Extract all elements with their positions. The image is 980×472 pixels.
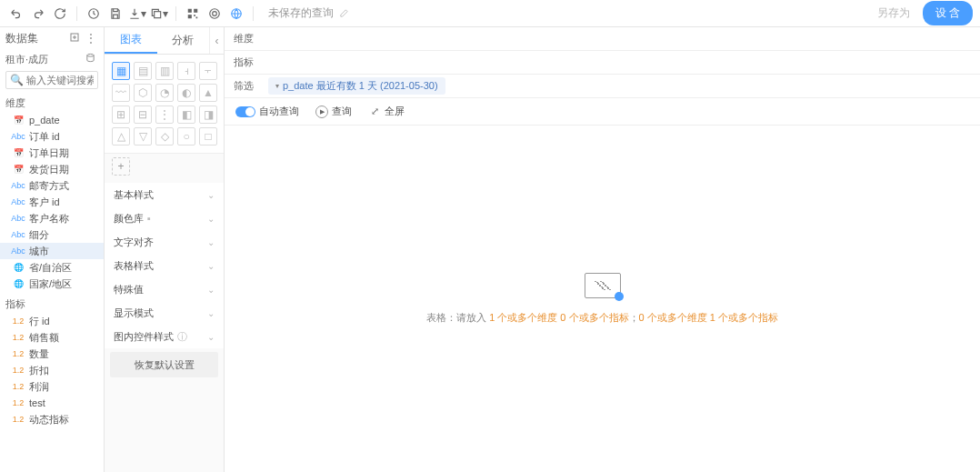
- chevron-down-icon: ⌄: [207, 308, 215, 318]
- accordion-section[interactable]: 图内控件样式ⓘ⌄: [105, 325, 224, 348]
- add-chart-type-icon[interactable]: +: [112, 157, 130, 176]
- chart-type-option[interactable]: ▽: [134, 127, 152, 146]
- search-input[interactable]: [26, 75, 94, 85]
- empty-chart-icon: [585, 273, 621, 298]
- reset-defaults-button[interactable]: 恢复默认设置: [110, 352, 218, 377]
- dataset-menu-icon[interactable]: [85, 53, 98, 65]
- chart-type-option[interactable]: ◧: [177, 105, 195, 124]
- refresh-icon[interactable]: [51, 5, 69, 23]
- auto-query-toggle[interactable]: 自动查询: [235, 105, 299, 118]
- accordion-section[interactable]: 颜色库▪⌄: [105, 206, 224, 230]
- chevron-down-icon: ⌄: [207, 261, 215, 271]
- separator: [76, 6, 77, 21]
- add-dataset-icon[interactable]: [69, 32, 82, 45]
- copy-icon[interactable]: ▾: [150, 5, 168, 23]
- chart-type-option[interactable]: ◔: [155, 84, 174, 102]
- chart-type-option[interactable]: ⫟: [199, 62, 217, 80]
- chart-type-option[interactable]: ⊞: [112, 105, 130, 124]
- chart-type-option[interactable]: ⫞: [177, 62, 195, 80]
- query-title: 未保存的查询: [268, 5, 334, 21]
- dimension-item[interactable]: Abc订单 id: [0, 128, 104, 145]
- chart-type-option[interactable]: ◐: [177, 84, 195, 102]
- chart-type-option[interactable]: ▥: [155, 62, 174, 80]
- target-icon[interactable]: [205, 5, 224, 23]
- clock-icon[interactable]: [85, 5, 103, 23]
- metric-item[interactable]: 1.2行 id: [0, 313, 104, 329]
- chart-type-option[interactable]: ▦: [112, 62, 130, 80]
- accordion-section[interactable]: 表格样式⌄: [105, 254, 224, 277]
- metric-type-icon: 1.2: [13, 382, 24, 391]
- svg-rect-5: [194, 15, 195, 16]
- chart-type-option[interactable]: ◨: [199, 105, 217, 124]
- dropdown-icon: ▾: [275, 82, 279, 90]
- accordion-section[interactable]: 文字对齐⌄: [105, 230, 224, 254]
- dimension-item[interactable]: 📅发货日期: [0, 161, 104, 177]
- filter-pill-text: p_date 最近有数 1 天 (2021-05-30): [283, 79, 438, 93]
- accordion-section[interactable]: 特殊值⌄: [105, 277, 224, 301]
- dataset-name[interactable]: 租市·成历: [5, 53, 48, 66]
- chart-type-option[interactable]: ⊟: [134, 105, 152, 124]
- chart-type-option[interactable]: △: [112, 127, 130, 146]
- metric-item[interactable]: 1.2销售额: [0, 329, 104, 346]
- more-icon[interactable]: ⋮: [85, 32, 98, 45]
- run-button[interactable]: 设 含: [923, 1, 973, 25]
- collapse-config-icon[interactable]: ‹: [209, 27, 224, 54]
- metric-item[interactable]: 1.2折扣: [0, 362, 104, 378]
- metric-item[interactable]: 1.2利润: [0, 378, 104, 395]
- chart-type-option[interactable]: ⋮: [155, 105, 174, 124]
- chart-type-option[interactable]: ▤: [134, 62, 152, 80]
- dim-type-icon: Abc: [13, 214, 24, 223]
- empty-hint: 表格：请放入 1 个或多个维度 0 个或多个指标；0 个或多个维度 1 个或多个…: [426, 311, 778, 325]
- metric-type-icon: 1.2: [13, 333, 24, 342]
- dimension-item[interactable]: Abc城市: [0, 243, 104, 259]
- dimension-item[interactable]: Abc细分: [0, 226, 104, 243]
- chevron-down-icon: ⌄: [207, 190, 215, 200]
- globe-icon[interactable]: [227, 5, 245, 23]
- svg-rect-2: [188, 8, 192, 12]
- chart-type-option[interactable]: □: [199, 127, 217, 146]
- chart-type-option[interactable]: ◇: [155, 127, 174, 146]
- accordion-section[interactable]: 显示模式⌄: [105, 301, 224, 325]
- dim-type-icon: Abc: [13, 181, 24, 190]
- redo-icon[interactable]: [29, 5, 47, 23]
- saveas-button[interactable]: 另存为: [868, 2, 919, 25]
- metric-item[interactable]: 1.2数量: [0, 346, 104, 362]
- undo-icon[interactable]: [7, 5, 25, 23]
- chart-type-option[interactable]: ⬡: [134, 84, 152, 102]
- info-icon: ⓘ: [177, 331, 187, 342]
- svg-rect-3: [194, 8, 197, 12]
- search-input-wrap[interactable]: 🔍: [5, 71, 98, 89]
- save-icon[interactable]: [106, 5, 125, 23]
- metric-type-icon: 1.2: [13, 398, 24, 407]
- metric-type-icon: 1.2: [13, 349, 24, 358]
- download-icon[interactable]: ▾: [128, 5, 146, 23]
- accordion-section[interactable]: 基本样式⌄: [105, 183, 224, 206]
- filter-pill[interactable]: ▾ p_date 最近有数 1 天 (2021-05-30): [268, 77, 445, 95]
- metric-item[interactable]: 1.2test: [0, 395, 104, 411]
- dimension-item[interactable]: 📅p_date: [0, 112, 104, 128]
- query-button[interactable]: ▶ 查询: [315, 105, 352, 118]
- chart-type-option[interactable]: ○: [177, 127, 195, 146]
- dimension-item[interactable]: 🌐省/自治区: [0, 259, 104, 276]
- tab-chart[interactable]: 图表: [105, 27, 157, 54]
- dim-type-icon: 📅: [13, 148, 24, 157]
- svg-point-11: [87, 54, 94, 56]
- chart-type-option[interactable]: ▲: [199, 84, 217, 102]
- metric-item[interactable]: 1.2动态指标: [0, 411, 104, 427]
- dimension-item[interactable]: Abc邮寄方式: [0, 177, 104, 194]
- chevron-down-icon: ⌄: [207, 285, 215, 295]
- search-icon: 🔍: [10, 74, 24, 86]
- qr-icon[interactable]: [184, 5, 202, 23]
- chart-type-option[interactable]: 〰: [112, 84, 130, 102]
- dimension-drop-label: 维度: [234, 32, 261, 45]
- dimension-item[interactable]: 📅订单日期: [0, 145, 104, 161]
- edit-icon[interactable]: [337, 5, 350, 23]
- dimension-item[interactable]: Abc客户名称: [0, 210, 104, 226]
- metric-section-label: 指标: [0, 292, 104, 313]
- dim-type-icon: 🌐: [13, 279, 24, 288]
- dimension-item[interactable]: 🌐国家/地区: [0, 276, 104, 292]
- tab-analysis[interactable]: 分析: [157, 27, 210, 54]
- dimension-item[interactable]: Abc客户 id: [0, 194, 104, 210]
- dim-type-icon: Abc: [13, 197, 24, 206]
- fullscreen-button[interactable]: ⤢ 全屏: [368, 105, 405, 118]
